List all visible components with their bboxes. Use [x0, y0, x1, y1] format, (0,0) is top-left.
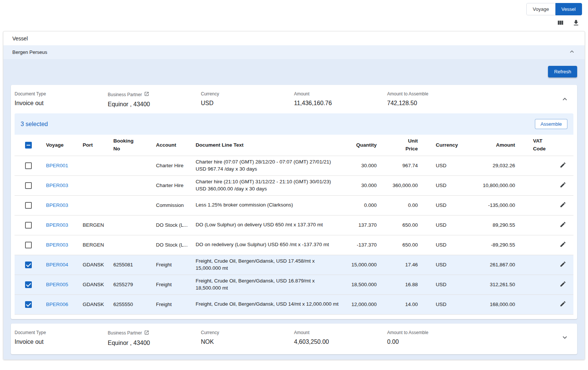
- amount-cell: 261,867.00: [463, 255, 521, 275]
- field-label: Amount: [294, 91, 387, 97]
- booking-no-cell: [113, 175, 156, 195]
- document-line-text-cell: DO on redelivery (Low Sulphur) USD 650 /…: [196, 235, 345, 255]
- col-currency: Currency: [424, 135, 463, 156]
- collapse-invoice-icon[interactable]: [559, 94, 570, 106]
- col-voyage: Voyage: [46, 135, 83, 156]
- col-vat-code: VAT Code: [521, 135, 552, 156]
- selected-count: 3 selected: [21, 121, 48, 128]
- table-actions-row: [0, 15, 588, 28]
- account-cell: DO Stock (L...: [156, 215, 196, 235]
- port-cell: BERGEN: [83, 215, 113, 235]
- voyage-link[interactable]: BPER003: [46, 242, 68, 248]
- field-label: Amount to Assemble: [387, 91, 480, 97]
- view-toggle-group: Voyage Vessel: [526, 3, 582, 15]
- col-document-line-text: Document Line Text: [196, 135, 345, 156]
- row-checkbox[interactable]: [25, 281, 32, 288]
- table-row: BPER003 BERGEN DO Stock (L... DO (Low Su…: [15, 215, 573, 235]
- voyage-link[interactable]: BPER003: [46, 183, 68, 188]
- accordion-title: Bergen Perseus: [12, 49, 47, 55]
- field-value: Invoice out: [15, 100, 108, 107]
- field-label: Currency: [201, 91, 294, 97]
- field-business-partner: Business Partner Equinor , 43400: [108, 330, 201, 346]
- edit-icon[interactable]: [560, 201, 566, 208]
- field-business-partner: Business Partner Equinor , 43400: [108, 91, 201, 108]
- currency-cell: USD: [424, 156, 463, 175]
- assemble-button[interactable]: Assemble: [535, 119, 567, 129]
- unit-price-cell: 17.46: [383, 255, 424, 275]
- quantity-cell: 30.000: [345, 175, 383, 195]
- voyage-link[interactable]: BPER004: [46, 262, 68, 267]
- booking-no-cell: [113, 215, 156, 235]
- edit-icon[interactable]: [560, 162, 566, 168]
- row-checkbox[interactable]: [25, 301, 32, 308]
- expand-invoice-icon[interactable]: [559, 332, 570, 344]
- vat-code-cell: [521, 195, 552, 215]
- row-checkbox[interactable]: [25, 262, 32, 268]
- field-value: USD: [201, 100, 294, 107]
- row-checkbox[interactable]: [25, 242, 32, 248]
- booking-no-cell: 6255279: [113, 275, 156, 294]
- currency-cell: USD: [424, 175, 463, 195]
- quantity-cell: 137.370: [345, 215, 383, 235]
- table-body: BPER001 Charter Hire Charter hire (07:07…: [15, 156, 573, 314]
- amount-cell: 10,800,000.00: [463, 175, 521, 195]
- currency-cell: USD: [424, 215, 463, 235]
- page: Voyage Vessel Vessel Bergen Perseus Refr…: [0, 0, 588, 370]
- external-link-icon[interactable]: [144, 330, 149, 336]
- chevron-up-icon[interactable]: [568, 48, 576, 56]
- field-value: Invoice out: [15, 339, 108, 345]
- voyage-link[interactable]: BPER005: [46, 282, 68, 287]
- vessel-panel: Vessel Bergen Perseus Refresh Document T…: [3, 31, 585, 360]
- voyage-link[interactable]: BPER003: [46, 222, 68, 228]
- external-link-icon[interactable]: [144, 91, 149, 98]
- accordion-header-bergen-perseus[interactable]: Bergen Perseus: [3, 45, 585, 59]
- invoice-lines-table: Voyage Port Booking No Account Document …: [15, 135, 573, 315]
- row-checkbox[interactable]: [25, 202, 32, 209]
- voyage-toggle-button[interactable]: Voyage: [526, 3, 555, 15]
- amount-cell: 312,261.50: [463, 275, 521, 294]
- row-checkbox[interactable]: [25, 222, 32, 229]
- download-icon[interactable]: [572, 19, 580, 27]
- port-cell: [83, 156, 113, 175]
- edit-icon[interactable]: [560, 261, 566, 267]
- row-checkbox[interactable]: [25, 162, 32, 169]
- column-settings-icon[interactable]: [557, 19, 564, 27]
- edit-icon[interactable]: [560, 181, 566, 188]
- edit-icon[interactable]: [560, 221, 566, 228]
- row-checkbox[interactable]: [25, 182, 32, 189]
- port-cell: GDANSK: [83, 275, 113, 294]
- col-edit: [552, 135, 573, 156]
- refresh-button[interactable]: Refresh: [548, 66, 577, 77]
- unit-price-cell: 650.00: [383, 235, 424, 255]
- vat-code-cell: [521, 156, 552, 175]
- voyage-link[interactable]: BPER006: [46, 302, 68, 307]
- currency-cell: USD: [424, 235, 463, 255]
- voyage-link[interactable]: BPER003: [46, 202, 68, 208]
- account-cell: Charter Hire: [156, 156, 196, 175]
- select-all-checkbox[interactable]: [25, 142, 32, 149]
- unit-price-cell: 14.00: [383, 294, 424, 314]
- port-cell: GDANSK: [83, 255, 113, 275]
- table-row: BPER003 BERGEN DO Stock (L... DO on rede…: [15, 235, 573, 255]
- edit-icon[interactable]: [560, 241, 566, 248]
- field-currency: Currency NOK: [201, 330, 294, 345]
- field-value: 11,436,160.76: [294, 100, 387, 107]
- col-unit-price: Unit Price: [383, 135, 424, 156]
- amount-cell: -135,000.00: [463, 195, 521, 215]
- booking-no-cell: 6255550: [113, 294, 156, 314]
- field-currency: Currency USD: [201, 91, 294, 107]
- edit-icon[interactable]: [560, 300, 566, 307]
- currency-cell: USD: [424, 195, 463, 215]
- vat-code-cell: [521, 275, 552, 294]
- field-label: Document Type: [15, 91, 108, 97]
- vessel-toggle-button[interactable]: Vessel: [555, 3, 582, 15]
- col-quantity: Quantity: [345, 135, 383, 156]
- field-value: 0.00: [387, 339, 480, 345]
- edit-icon[interactable]: [560, 281, 566, 287]
- table-row: BPER004 GDANSK 6255081 Freight Freight, …: [15, 255, 573, 275]
- col-booking-no: Booking No: [113, 135, 156, 156]
- field-label: Document Type: [15, 330, 108, 335]
- booking-no-cell: [113, 235, 156, 255]
- port-cell: [83, 195, 113, 215]
- voyage-link[interactable]: BPER001: [46, 163, 68, 168]
